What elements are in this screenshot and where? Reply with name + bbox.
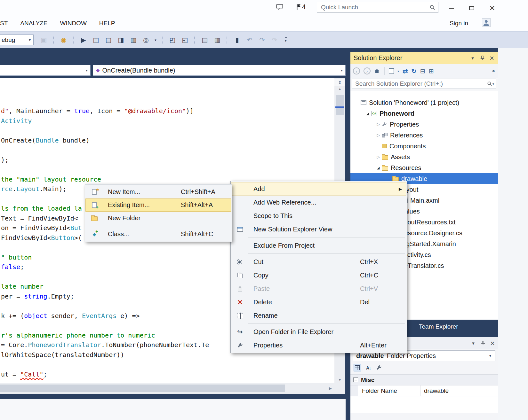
bookmark-icon[interactable]: ▮ xyxy=(232,35,242,45)
menu-item-scope-to-this[interactable]: Scope to This xyxy=(231,209,406,222)
toolbar-overflow-icon[interactable]: ▾ xyxy=(285,37,287,43)
quick-launch-input[interactable]: Quick Launch xyxy=(317,2,438,13)
collapse-all-icon[interactable] xyxy=(420,67,425,75)
menu-item-exclude-from-project[interactable]: Exclude From Project xyxy=(231,239,406,252)
minimize-button[interactable] xyxy=(444,3,458,13)
window-position-button[interactable]: ▾ xyxy=(468,339,478,348)
tree-item-phoneword[interactable]: ◢Phoneword xyxy=(350,108,498,119)
menu-item-new-item[interactable]: New Item...Ctrl+Shift+A xyxy=(85,185,231,198)
menu-item-class[interactable]: Class...Shift+Alt+C xyxy=(85,228,231,241)
close-panel-button[interactable]: × xyxy=(487,54,497,63)
notifications-flag[interactable]: 4 xyxy=(296,3,306,11)
expander-closed-icon[interactable]: ▷ xyxy=(375,133,382,137)
scroll-right-arrow-icon[interactable]: ▶ xyxy=(329,383,332,394)
menu-item-new-folder[interactable]: New Folder xyxy=(85,212,231,225)
property-row[interactable]: Folder Name drawable xyxy=(350,385,498,396)
expander-open-icon[interactable]: ◢ xyxy=(375,166,382,170)
home-icon[interactable] xyxy=(374,68,380,74)
menu-item-add-web-reference[interactable]: Add Web Reference... xyxy=(231,196,406,209)
members-combo[interactable]: ◆ OnCreate(Bundle bundle) ▾ xyxy=(93,65,346,76)
tree-item-components[interactable]: Components xyxy=(350,141,498,152)
menu-item-new-solution-explorer-view[interactable]: New Solution Explorer View xyxy=(231,222,406,236)
expander-open-icon[interactable]: ◢ xyxy=(364,112,371,116)
toolbar-overflow-icon[interactable]: » xyxy=(491,70,497,73)
chevron-down-icon[interactable]: ▾ xyxy=(154,38,157,42)
parameter-info-icon[interactable]: ▦ xyxy=(212,35,222,45)
solution-explorer-search-input[interactable]: Search Solution Explorer (Ctrl+;) ▾ xyxy=(352,79,496,89)
tree-item-references[interactable]: ▷References xyxy=(350,130,498,141)
device-preview-icon[interactable]: ◫ xyxy=(91,35,101,45)
deploy-icon[interactable]: ▤ xyxy=(104,35,113,45)
collapse-icon[interactable] xyxy=(353,377,358,382)
splitter-grip-icon[interactable]: ⇕ xyxy=(334,79,345,86)
horizontal-scrollbar-thumb[interactable] xyxy=(0,385,285,392)
menu-icon-cell xyxy=(234,286,246,292)
tree-item-label: Properties xyxy=(387,121,419,128)
search-icon xyxy=(487,81,492,87)
close-panel-button[interactable]: × xyxy=(488,339,497,348)
nav-forward-icon[interactable]: ↷ xyxy=(257,35,267,45)
maximize-button[interactable] xyxy=(465,3,479,13)
open-folder-arrow-icon xyxy=(237,328,243,336)
menu-help[interactable]: HELP xyxy=(99,20,115,27)
pin-icon[interactable] xyxy=(478,339,488,348)
new-window-icon[interactable]: ◰ xyxy=(168,35,177,45)
pin-icon[interactable] xyxy=(477,54,487,63)
menu-window[interactable]: WINDOW xyxy=(60,20,86,27)
profile-icon[interactable]: ◎ xyxy=(141,35,151,45)
menu-item-add[interactable]: Add▶ xyxy=(231,182,406,196)
menu-item-copy[interactable]: CopyCtrl+C xyxy=(231,268,406,282)
alphabetical-icon[interactable] xyxy=(366,365,371,370)
menu-st[interactable]: ST xyxy=(0,20,8,27)
tree-item-assets[interactable]: ▷Assets xyxy=(350,152,498,162)
menu-item-cut[interactable]: CutCtrl+X xyxy=(231,255,406,268)
close-button[interactable]: × xyxy=(485,3,499,13)
properties-grid-empty xyxy=(350,396,498,413)
menu-item-existing-item[interactable]: Existing Item...Shift+Alt+A xyxy=(85,198,231,212)
editor-horizontal-scrollbar[interactable]: ▶ xyxy=(0,383,334,394)
scope-icon[interactable] xyxy=(389,68,394,74)
list-members-icon[interactable]: ▤ xyxy=(200,35,210,45)
device-log-icon[interactable]: ▥ xyxy=(129,35,138,45)
menu-item-rename[interactable]: Rename xyxy=(231,309,406,322)
expander-closed-icon[interactable]: ▷ xyxy=(375,122,382,127)
account-icon[interactable] xyxy=(482,18,491,27)
refresh-icon[interactable] xyxy=(412,67,417,75)
device-screenshot-icon[interactable]: ◨ xyxy=(116,35,126,45)
tab-team-explorer[interactable]: Team Explorer xyxy=(414,321,463,332)
menu-item-open-folder-in-file-explorer[interactable]: Open Folder in File Explorer xyxy=(231,325,406,338)
scroll-up-arrow-icon[interactable]: ▲ xyxy=(334,87,345,91)
expander-closed-icon[interactable]: ▷ xyxy=(375,155,382,159)
sign-in-button[interactable]: Sign in xyxy=(450,15,468,31)
feedback-icon[interactable] xyxy=(276,4,284,11)
menu-icon-cell xyxy=(88,189,101,195)
window-position-button[interactable]: ▾ xyxy=(468,54,477,63)
start-debugging-icon[interactable]: ▶ xyxy=(79,35,88,45)
types-combo[interactable]: ▾ xyxy=(0,65,91,76)
paste-icon xyxy=(237,286,243,292)
menu-analyze[interactable]: ANALYZE xyxy=(20,20,47,27)
nav-backward-icon[interactable]: ↶ xyxy=(245,35,254,45)
tree-item-properties[interactable]: ▷Properties xyxy=(350,119,498,130)
vertical-scrollbar-thumb[interactable] xyxy=(336,95,344,115)
open-document-icon[interactable]: ◱ xyxy=(180,35,190,45)
menu-item-properties[interactable]: PropertiesAlt+Enter xyxy=(231,338,406,352)
chevron-down-icon[interactable]: ▾ xyxy=(397,69,399,73)
sync-icon[interactable] xyxy=(403,67,408,75)
submenu-arrow-icon: ▶ xyxy=(399,187,402,191)
tree-item-solution-phoneword-1-project[interactable]: Solution 'Phoneword' (1 project) xyxy=(350,97,498,108)
menu-item-delete[interactable]: DeleteDel xyxy=(231,295,406,309)
tree-item-resources[interactable]: ◢Resources xyxy=(350,162,498,173)
show-all-files-icon[interactable] xyxy=(429,67,434,75)
wrench-icon[interactable] xyxy=(376,365,382,371)
property-value[interactable]: drawable xyxy=(421,385,498,396)
chevron-down-icon[interactable]: ▾ xyxy=(492,82,494,86)
xamarin-mac-agent-icon[interactable]: ◉ xyxy=(59,35,68,45)
tree-item-label: Phoneword xyxy=(377,110,414,117)
solution-configuration-combo[interactable]: ebug ▾ xyxy=(0,35,34,45)
categorized-icon[interactable] xyxy=(355,365,360,370)
categorized-button-selected[interactable] xyxy=(354,364,361,371)
properties-category-header[interactable]: Misc xyxy=(350,375,498,385)
scroll-down-arrow-icon[interactable]: ▼ xyxy=(334,378,345,382)
toolbar-separator xyxy=(384,67,385,75)
